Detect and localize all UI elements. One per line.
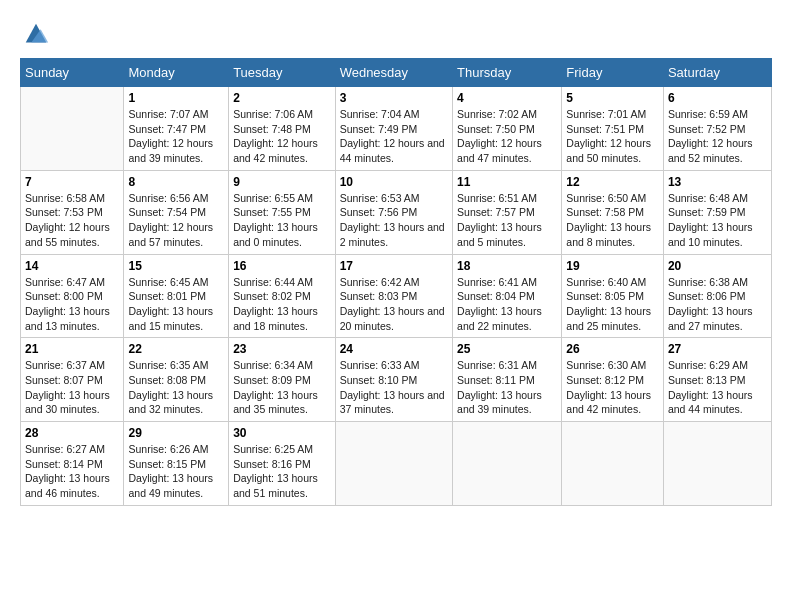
day-info: Sunrise: 6:50 AMSunset: 7:58 PMDaylight:…: [566, 191, 659, 250]
calendar-cell: 23 Sunrise: 6:34 AMSunset: 8:09 PMDaylig…: [229, 338, 336, 422]
day-number: 7: [25, 175, 119, 189]
calendar-cell: [562, 422, 664, 506]
day-number: 22: [128, 342, 224, 356]
calendar-header: SundayMondayTuesdayWednesdayThursdayFrid…: [21, 59, 772, 87]
calendar-cell: 9 Sunrise: 6:55 AMSunset: 7:55 PMDayligh…: [229, 170, 336, 254]
day-number: 1: [128, 91, 224, 105]
day-info: Sunrise: 6:29 AMSunset: 8:13 PMDaylight:…: [668, 358, 767, 417]
day-number: 27: [668, 342, 767, 356]
calendar-cell: 25 Sunrise: 6:31 AMSunset: 8:11 PMDaylig…: [453, 338, 562, 422]
day-number: 14: [25, 259, 119, 273]
day-number: 30: [233, 426, 331, 440]
day-number: 20: [668, 259, 767, 273]
day-number: 6: [668, 91, 767, 105]
header-day-sunday: Sunday: [21, 59, 124, 87]
day-info: Sunrise: 6:56 AMSunset: 7:54 PMDaylight:…: [128, 191, 224, 250]
day-info: Sunrise: 7:07 AMSunset: 7:47 PMDaylight:…: [128, 107, 224, 166]
calendar-cell: 2 Sunrise: 7:06 AMSunset: 7:48 PMDayligh…: [229, 87, 336, 171]
day-info: Sunrise: 6:33 AMSunset: 8:10 PMDaylight:…: [340, 358, 448, 417]
week-row-5: 28 Sunrise: 6:27 AMSunset: 8:14 PMDaylig…: [21, 422, 772, 506]
day-info: Sunrise: 6:37 AMSunset: 8:07 PMDaylight:…: [25, 358, 119, 417]
day-number: 19: [566, 259, 659, 273]
day-info: Sunrise: 6:40 AMSunset: 8:05 PMDaylight:…: [566, 275, 659, 334]
day-info: Sunrise: 6:26 AMSunset: 8:15 PMDaylight:…: [128, 442, 224, 501]
calendar-cell: 30 Sunrise: 6:25 AMSunset: 8:16 PMDaylig…: [229, 422, 336, 506]
day-number: 21: [25, 342, 119, 356]
day-info: Sunrise: 7:04 AMSunset: 7:49 PMDaylight:…: [340, 107, 448, 166]
calendar-cell: 28 Sunrise: 6:27 AMSunset: 8:14 PMDaylig…: [21, 422, 124, 506]
calendar-cell: 1 Sunrise: 7:07 AMSunset: 7:47 PMDayligh…: [124, 87, 229, 171]
day-info: Sunrise: 7:01 AMSunset: 7:51 PMDaylight:…: [566, 107, 659, 166]
calendar-cell: 18 Sunrise: 6:41 AMSunset: 8:04 PMDaylig…: [453, 254, 562, 338]
calendar-cell: 7 Sunrise: 6:58 AMSunset: 7:53 PMDayligh…: [21, 170, 124, 254]
header-day-friday: Friday: [562, 59, 664, 87]
header-day-thursday: Thursday: [453, 59, 562, 87]
week-row-4: 21 Sunrise: 6:37 AMSunset: 8:07 PMDaylig…: [21, 338, 772, 422]
calendar-body: 1 Sunrise: 7:07 AMSunset: 7:47 PMDayligh…: [21, 87, 772, 506]
day-info: Sunrise: 6:38 AMSunset: 8:06 PMDaylight:…: [668, 275, 767, 334]
calendar-cell: 12 Sunrise: 6:50 AMSunset: 7:58 PMDaylig…: [562, 170, 664, 254]
day-number: 15: [128, 259, 224, 273]
calendar-cell: [663, 422, 771, 506]
day-number: 17: [340, 259, 448, 273]
day-info: Sunrise: 6:42 AMSunset: 8:03 PMDaylight:…: [340, 275, 448, 334]
day-info: Sunrise: 6:51 AMSunset: 7:57 PMDaylight:…: [457, 191, 557, 250]
calendar-cell: [335, 422, 452, 506]
day-info: Sunrise: 6:25 AMSunset: 8:16 PMDaylight:…: [233, 442, 331, 501]
day-info: Sunrise: 6:34 AMSunset: 8:09 PMDaylight:…: [233, 358, 331, 417]
calendar-cell: 21 Sunrise: 6:37 AMSunset: 8:07 PMDaylig…: [21, 338, 124, 422]
day-info: Sunrise: 6:30 AMSunset: 8:12 PMDaylight:…: [566, 358, 659, 417]
day-info: Sunrise: 6:27 AMSunset: 8:14 PMDaylight:…: [25, 442, 119, 501]
calendar-cell: 26 Sunrise: 6:30 AMSunset: 8:12 PMDaylig…: [562, 338, 664, 422]
logo: [20, 20, 50, 48]
day-number: 29: [128, 426, 224, 440]
calendar-cell: 13 Sunrise: 6:48 AMSunset: 7:59 PMDaylig…: [663, 170, 771, 254]
day-info: Sunrise: 6:45 AMSunset: 8:01 PMDaylight:…: [128, 275, 224, 334]
day-number: 23: [233, 342, 331, 356]
header-day-wednesday: Wednesday: [335, 59, 452, 87]
day-info: Sunrise: 6:41 AMSunset: 8:04 PMDaylight:…: [457, 275, 557, 334]
day-info: Sunrise: 6:48 AMSunset: 7:59 PMDaylight:…: [668, 191, 767, 250]
day-number: 26: [566, 342, 659, 356]
day-info: Sunrise: 6:31 AMSunset: 8:11 PMDaylight:…: [457, 358, 557, 417]
day-number: 25: [457, 342, 557, 356]
calendar-cell: 27 Sunrise: 6:29 AMSunset: 8:13 PMDaylig…: [663, 338, 771, 422]
calendar-cell: [453, 422, 562, 506]
logo-icon: [22, 20, 50, 48]
header-day-monday: Monday: [124, 59, 229, 87]
calendar-cell: 11 Sunrise: 6:51 AMSunset: 7:57 PMDaylig…: [453, 170, 562, 254]
day-info: Sunrise: 6:53 AMSunset: 7:56 PMDaylight:…: [340, 191, 448, 250]
calendar-cell: 10 Sunrise: 6:53 AMSunset: 7:56 PMDaylig…: [335, 170, 452, 254]
calendar-cell: 8 Sunrise: 6:56 AMSunset: 7:54 PMDayligh…: [124, 170, 229, 254]
day-number: 13: [668, 175, 767, 189]
day-number: 5: [566, 91, 659, 105]
day-number: 10: [340, 175, 448, 189]
day-number: 8: [128, 175, 224, 189]
calendar-cell: [21, 87, 124, 171]
calendar-cell: 6 Sunrise: 6:59 AMSunset: 7:52 PMDayligh…: [663, 87, 771, 171]
week-row-3: 14 Sunrise: 6:47 AMSunset: 8:00 PMDaylig…: [21, 254, 772, 338]
day-info: Sunrise: 6:59 AMSunset: 7:52 PMDaylight:…: [668, 107, 767, 166]
day-info: Sunrise: 6:58 AMSunset: 7:53 PMDaylight:…: [25, 191, 119, 250]
day-number: 18: [457, 259, 557, 273]
day-info: Sunrise: 6:55 AMSunset: 7:55 PMDaylight:…: [233, 191, 331, 250]
day-number: 11: [457, 175, 557, 189]
day-number: 2: [233, 91, 331, 105]
calendar-cell: 4 Sunrise: 7:02 AMSunset: 7:50 PMDayligh…: [453, 87, 562, 171]
page-header: [20, 20, 772, 48]
day-number: 9: [233, 175, 331, 189]
calendar-cell: 14 Sunrise: 6:47 AMSunset: 8:00 PMDaylig…: [21, 254, 124, 338]
calendar-cell: 19 Sunrise: 6:40 AMSunset: 8:05 PMDaylig…: [562, 254, 664, 338]
calendar-table: SundayMondayTuesdayWednesdayThursdayFrid…: [20, 58, 772, 506]
day-number: 24: [340, 342, 448, 356]
week-row-1: 1 Sunrise: 7:07 AMSunset: 7:47 PMDayligh…: [21, 87, 772, 171]
week-row-2: 7 Sunrise: 6:58 AMSunset: 7:53 PMDayligh…: [21, 170, 772, 254]
calendar-cell: 29 Sunrise: 6:26 AMSunset: 8:15 PMDaylig…: [124, 422, 229, 506]
day-number: 28: [25, 426, 119, 440]
day-info: Sunrise: 6:35 AMSunset: 8:08 PMDaylight:…: [128, 358, 224, 417]
calendar-cell: 15 Sunrise: 6:45 AMSunset: 8:01 PMDaylig…: [124, 254, 229, 338]
day-number: 12: [566, 175, 659, 189]
calendar-cell: 24 Sunrise: 6:33 AMSunset: 8:10 PMDaylig…: [335, 338, 452, 422]
calendar-cell: 3 Sunrise: 7:04 AMSunset: 7:49 PMDayligh…: [335, 87, 452, 171]
header-day-saturday: Saturday: [663, 59, 771, 87]
